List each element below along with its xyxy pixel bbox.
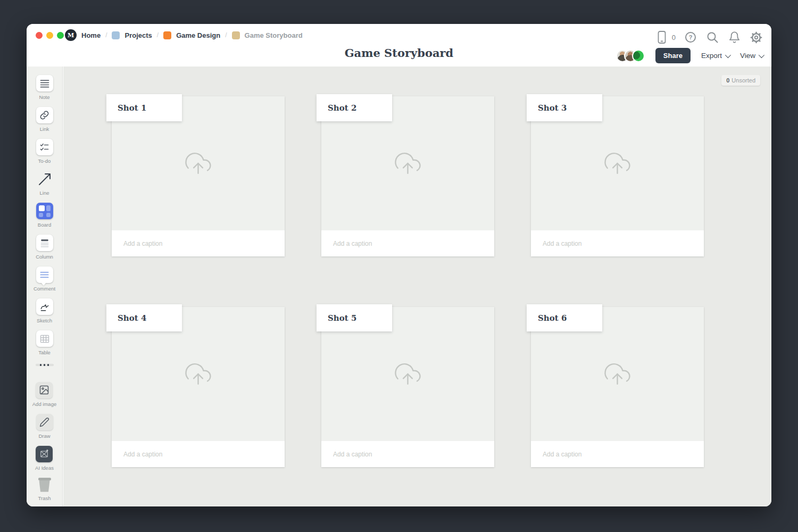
sidebar-item-sketch[interactable]: Sketch [36, 298, 53, 323]
breadcrumb-home-label: Home [81, 31, 101, 39]
sidebar-item-trash[interactable]: Trash [38, 478, 52, 501]
tool-sidebar: Note Link To-do [27, 66, 63, 506]
add-image-icon [36, 382, 53, 398]
ai-ideas-icon [36, 446, 53, 462]
trash-icon [38, 478, 52, 493]
shot-title-note[interactable]: Shot 4 [106, 304, 182, 331]
titlebar: M Home / Projects / Game Design / Game S… [27, 24, 771, 66]
sidebar-item-draw[interactable]: Draw [36, 414, 53, 439]
breadcrumb-separator: / [225, 31, 227, 39]
column-icon [36, 235, 53, 251]
game-design-board-icon [163, 31, 171, 39]
breadcrumb-separator: / [105, 31, 107, 39]
caption-area [112, 230, 285, 256]
ellipsis-icon [40, 364, 42, 366]
help-icon[interactable]: ? [684, 30, 697, 44]
search-icon[interactable] [705, 30, 719, 44]
shot-title-note[interactable]: Shot 3 [527, 94, 602, 121]
milanote-logo-icon: M [65, 29, 77, 41]
breadcrumb: M Home / Projects / Game Design / Game S… [65, 29, 303, 41]
sketch-pen-icon [36, 298, 53, 315]
todo-checklist-icon [36, 139, 53, 155]
caption-area [321, 441, 494, 467]
arrow-line-icon [36, 171, 53, 187]
sidebar-item-link[interactable]: Link [36, 107, 53, 132]
upload-cloud-icon [393, 151, 422, 176]
page-title: Game Storyboard [27, 46, 771, 60]
notifications-bell-icon[interactable] [727, 30, 741, 44]
mobile-device-icon[interactable] [655, 30, 669, 44]
draw-pencil-icon [36, 414, 53, 430]
sidebar-item-board[interactable]: Board [36, 203, 53, 228]
upload-cloud-icon [603, 362, 632, 386]
upload-cloud-icon [393, 362, 422, 386]
board-icon [36, 203, 53, 219]
sidebar-item-note[interactable]: Note [36, 75, 53, 100]
upload-cloud-icon [603, 151, 632, 176]
breadcrumb-game-design[interactable]: Game Design [163, 31, 220, 39]
comment-bubble-icon [36, 267, 53, 283]
breadcrumb-separator: / [157, 31, 159, 39]
shot-title-note[interactable]: Shot 2 [317, 94, 392, 121]
upload-cloud-icon [184, 151, 213, 176]
link-icon [36, 107, 53, 123]
settings-gear-icon[interactable] [749, 30, 763, 44]
breadcrumb-game-storyboard[interactable]: Game Storyboard [232, 31, 303, 39]
caption-area [531, 230, 704, 256]
caption-area [321, 230, 494, 256]
caption-input[interactable] [333, 240, 471, 247]
breadcrumb-home[interactable]: M Home [65, 29, 101, 41]
breadcrumb-game-design-label: Game Design [176, 31, 220, 39]
zoom-window-button[interactable] [57, 32, 64, 39]
shot-title-note[interactable]: Shot 1 [106, 94, 182, 121]
shot-title-note[interactable]: Shot 5 [317, 304, 392, 331]
sidebar-item-ai-ideas[interactable]: AI Ideas [35, 446, 54, 471]
more-tools-button[interactable] [36, 364, 54, 366]
caption-input[interactable] [543, 240, 681, 247]
caption-input[interactable] [333, 451, 471, 458]
projects-board-icon [112, 31, 120, 39]
caption-area [112, 441, 285, 467]
upload-cloud-icon [184, 362, 213, 386]
sidebar-item-column[interactable]: Column [36, 235, 53, 260]
breadcrumb-current-label: Game Storyboard [245, 31, 303, 39]
sidebar-item-line[interactable]: Line [36, 171, 53, 196]
close-window-button[interactable] [36, 32, 43, 39]
breadcrumb-projects[interactable]: Projects [112, 31, 152, 39]
sidebar-item-todo[interactable]: To-do [36, 139, 53, 164]
note-icon [36, 75, 53, 92]
shot-title-note[interactable]: Shot 6 [527, 304, 602, 331]
breadcrumb-projects-label: Projects [124, 31, 152, 39]
sidebar-item-comment[interactable]: Comment [34, 267, 55, 292]
unsorted-badge[interactable]: 0 Unsorted [721, 75, 760, 86]
caption-input[interactable] [123, 451, 262, 458]
caption-input[interactable] [543, 451, 681, 458]
caption-area [531, 441, 704, 467]
sidebar-item-table[interactable]: Table [36, 330, 53, 355]
game-storyboard-board-icon [232, 31, 240, 39]
caption-input[interactable] [123, 240, 262, 247]
app-window: M Home / Projects / Game Design / Game S… [27, 24, 771, 506]
minimize-window-button[interactable] [46, 32, 53, 39]
traffic-lights [36, 32, 64, 39]
sidebar-item-add-image[interactable]: Add image [32, 382, 56, 407]
device-count: 0 [672, 34, 676, 41]
table-icon [36, 330, 53, 347]
